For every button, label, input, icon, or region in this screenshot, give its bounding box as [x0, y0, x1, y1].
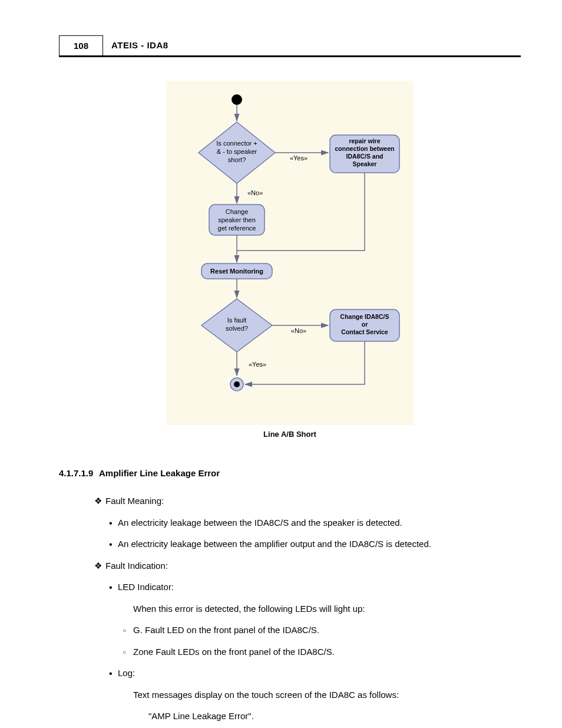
change-l2: speaker then	[218, 216, 256, 223]
repair-l2: connection between	[335, 145, 395, 152]
fault-meaning-item: An electricity leakage between the IDA8C…	[118, 516, 521, 530]
log-heading: Log:	[118, 667, 521, 680]
end-node-inner-icon	[234, 381, 240, 387]
service-l2: or	[362, 321, 368, 328]
figure-caption: Line A/B Short	[59, 430, 521, 439]
page-header: 108 ATEIS - IDA8	[59, 35, 521, 57]
led-item: Zone Fault LEDs on the front panel of th…	[133, 645, 521, 659]
section-title: Amplifier Line Leakage Error	[99, 468, 220, 478]
led-indicator-heading: LED Indicator:	[118, 581, 521, 594]
decision1-text-l3: short?	[228, 156, 246, 163]
decision1-text-l1: Is connector +	[216, 140, 257, 147]
fault-meaning-item: An electricity leakage between the ampli…	[118, 538, 521, 551]
fault-meaning-heading: Fault Meaning:	[94, 495, 521, 508]
decision2-l2: solved?	[226, 325, 248, 332]
log-message: "AMP Line Leakage Error".	[148, 710, 521, 723]
section-number: 4.1.7.1.9	[59, 468, 93, 478]
change-l1: Change	[226, 208, 249, 215]
edge-label-no2: «No»	[291, 327, 306, 334]
document-title: ATEIS - IDA8	[103, 35, 177, 55]
service-l1: Change IDA8C/S	[340, 313, 389, 320]
edge-label-yes1: «Yes»	[290, 154, 308, 162]
led-item: G. Fault LED on the front panel of the I…	[133, 624, 521, 637]
flowchart-svg: Is connector + & - to speaker short? «Ye…	[178, 87, 402, 417]
change-l3: get reference	[218, 225, 256, 232]
repair-l4: Speaker	[353, 160, 377, 167]
service-l3: Contact Service	[341, 328, 388, 335]
fault-indication-heading: Fault Indication:	[94, 559, 521, 573]
log-intro-text: Text messages display on the touch scree…	[133, 689, 521, 702]
repair-l1: repair wire	[349, 137, 380, 144]
repair-l3: IDA8C/S and	[346, 153, 383, 160]
edge-label-no1: «No»	[247, 189, 263, 196]
decision1-text-l2: & - to speaker	[217, 148, 257, 155]
section-heading: 4.1.7.1.9 Amplifier Line Leakage Error	[59, 468, 521, 478]
led-intro-text: When this error is detected, the followi…	[133, 602, 521, 616]
section-body: Fault Meaning: An electricity leakage be…	[59, 495, 521, 728]
start-node-icon	[232, 94, 242, 105]
edge-label-yes2: «Yes»	[249, 361, 266, 368]
reset-text: Reset Monitoring	[210, 268, 263, 275]
document-page: 108 ATEIS - IDA8 Is connector + & - to s…	[0, 0, 562, 728]
flowchart-figure: Is connector + & - to speaker short? «Ye…	[59, 81, 521, 439]
page-number: 108	[59, 35, 103, 55]
decision2-l1: Is fault	[227, 317, 246, 324]
